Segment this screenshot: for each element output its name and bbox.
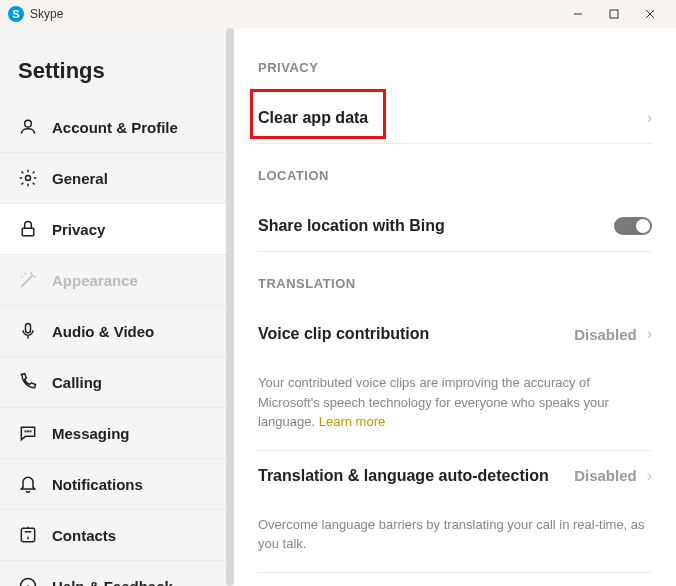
info-icon bbox=[18, 576, 38, 586]
sidebar-item-general[interactable]: General bbox=[0, 153, 234, 204]
wand-icon bbox=[18, 270, 38, 290]
chevron-right-icon: › bbox=[647, 467, 652, 485]
voice-clip-label: Voice clip contribution bbox=[258, 325, 429, 343]
sidebar: Settings Account & Profile General Priva… bbox=[0, 28, 234, 586]
svg-rect-6 bbox=[22, 228, 34, 236]
sidebar-item-privacy[interactable]: Privacy bbox=[0, 204, 234, 255]
sidebar-item-notifications[interactable]: Notifications bbox=[0, 459, 234, 510]
auto-detection-row[interactable]: Translation & language auto-detection Di… bbox=[258, 451, 652, 501]
sidebar-item-help[interactable]: Help & Feedback bbox=[0, 561, 234, 586]
svg-point-5 bbox=[26, 176, 31, 181]
share-location-toggle[interactable] bbox=[614, 217, 652, 235]
sidebar-item-messaging[interactable]: Messaging bbox=[0, 408, 234, 459]
gear-icon bbox=[18, 168, 38, 188]
svg-rect-7 bbox=[26, 324, 31, 333]
sidebar-item-label: Help & Feedback bbox=[52, 578, 173, 587]
title-bar: S Skype bbox=[0, 0, 676, 28]
contacts-icon bbox=[18, 525, 38, 545]
sidebar-item-label: Messaging bbox=[52, 425, 130, 442]
sidebar-item-audio-video[interactable]: Audio & Video bbox=[0, 306, 234, 357]
sidebar-item-label: Appearance bbox=[52, 272, 138, 289]
auto-detection-label: Translation & language auto-detection bbox=[258, 467, 549, 485]
message-icon bbox=[18, 423, 38, 443]
maximize-button[interactable] bbox=[596, 0, 632, 28]
chevron-right-icon: › bbox=[647, 325, 652, 343]
svg-point-12 bbox=[21, 579, 36, 587]
svg-point-10 bbox=[30, 431, 31, 432]
voice-clip-description: Your contributed voice clips are improvi… bbox=[258, 359, 652, 451]
translation-section-label: TRANSLATION bbox=[258, 276, 652, 291]
svg-point-4 bbox=[25, 120, 32, 127]
svg-rect-1 bbox=[610, 10, 618, 18]
microphone-icon bbox=[18, 321, 38, 341]
learn-more-link[interactable]: Learn more bbox=[319, 414, 385, 429]
voice-clip-row[interactable]: Voice clip contribution Disabled › bbox=[258, 309, 652, 359]
auto-detection-description: Overcome language barriers by translatin… bbox=[258, 501, 652, 573]
clear-app-data-row[interactable]: Clear app data › bbox=[258, 93, 652, 144]
lock-icon bbox=[18, 219, 38, 239]
sidebar-item-contacts[interactable]: Contacts bbox=[0, 510, 234, 561]
sidebar-item-account[interactable]: Account & Profile bbox=[0, 102, 234, 153]
svg-rect-11 bbox=[21, 528, 34, 541]
phone-icon bbox=[18, 372, 38, 392]
share-location-row[interactable]: Share location with Bing bbox=[258, 201, 652, 252]
sidebar-item-label: General bbox=[52, 170, 108, 187]
app-title: Skype bbox=[30, 7, 560, 21]
sidebar-item-label: Account & Profile bbox=[52, 119, 178, 136]
sidebar-item-label: Audio & Video bbox=[52, 323, 154, 340]
sidebar-item-label: Contacts bbox=[52, 527, 116, 544]
svg-point-8 bbox=[25, 431, 26, 432]
share-location-label: Share location with Bing bbox=[258, 217, 445, 235]
location-section-label: LOCATION bbox=[258, 168, 652, 183]
sidebar-item-appearance[interactable]: Appearance bbox=[0, 255, 234, 306]
sidebar-item-label: Notifications bbox=[52, 476, 143, 493]
privacy-section-label: PRIVACY bbox=[258, 60, 652, 75]
sidebar-item-label: Privacy bbox=[52, 221, 105, 238]
account-icon bbox=[18, 117, 38, 137]
sidebar-item-calling[interactable]: Calling bbox=[0, 357, 234, 408]
content-panel: PRIVACY Clear app data › LOCATION Share … bbox=[234, 28, 676, 586]
auto-detection-status: Disabled bbox=[574, 467, 637, 484]
sidebar-header: Settings bbox=[0, 28, 234, 102]
chevron-right-icon: › bbox=[647, 109, 652, 127]
skype-icon: S bbox=[8, 6, 24, 22]
voice-clip-status: Disabled bbox=[574, 326, 637, 343]
minimize-button[interactable] bbox=[560, 0, 596, 28]
svg-point-9 bbox=[28, 431, 29, 432]
sidebar-item-label: Calling bbox=[52, 374, 102, 391]
clear-app-data-label: Clear app data bbox=[258, 109, 368, 127]
close-button[interactable] bbox=[632, 0, 668, 28]
bell-icon bbox=[18, 474, 38, 494]
